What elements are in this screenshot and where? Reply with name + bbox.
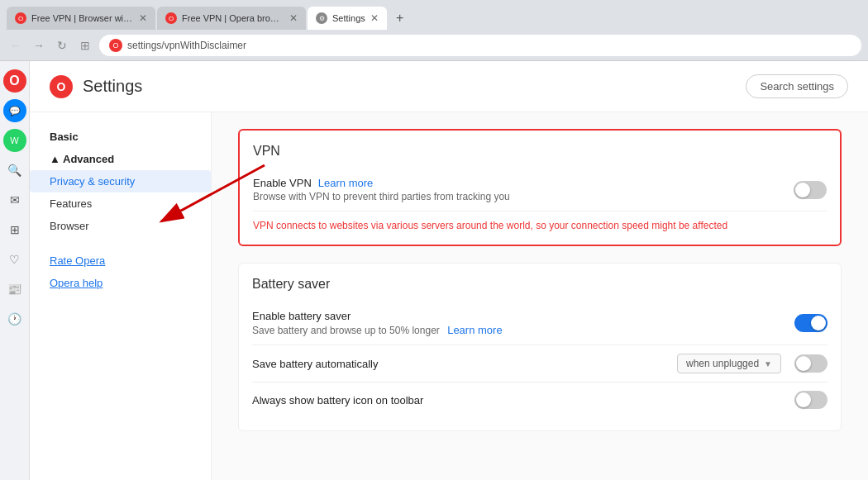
clock-sidebar-icon[interactable]: 🕐 — [3, 307, 26, 330]
settings-header: O Settings Search settings — [30, 61, 868, 112]
new-tab-button[interactable]: + — [389, 7, 412, 30]
battery-section-title: Battery saver — [252, 277, 827, 292]
vpn-learn-more-link[interactable]: Learn more — [318, 177, 373, 189]
save-battery-auto-row: Save battery automatically when unplugge… — [252, 345, 827, 383]
always-show-battery-row: Always show battery icon on toolbar — [252, 383, 827, 417]
battery-learn-more-link[interactable]: Learn more — [447, 324, 502, 336]
save-battery-auto-info: Save battery automatically — [252, 358, 677, 370]
nav-item-features[interactable]: Features — [30, 192, 211, 215]
enable-vpn-row: Enable VPN Learn more Browse with VPN to… — [253, 169, 827, 211]
tab-bar: O Free VPN | Browser with b... ✕ O Free … — [0, 0, 868, 30]
page-title: Settings — [83, 77, 142, 96]
battery-enable-info: Enable battery saver Save battery and br… — [252, 310, 794, 336]
send-sidebar-icon[interactable]: ✉ — [3, 188, 26, 211]
battery-enable-label: Enable battery saver — [252, 310, 794, 322]
tab-3-close[interactable]: ✕ — [370, 12, 379, 24]
tab-2-close[interactable]: ✕ — [289, 12, 298, 24]
nav-bar: ← → ↻ ⊞ O settings/vpnWithDisclaimer — [0, 30, 868, 61]
vpn-desc: Browse with VPN to prevent third parties… — [253, 191, 794, 202]
tab-1-close[interactable]: ✕ — [139, 12, 147, 24]
save-battery-auto-toggle[interactable] — [794, 354, 827, 373]
vpn-label-text: Enable VPN — [253, 177, 312, 189]
tab-1[interactable]: O Free VPN | Browser with b... ✕ — [7, 7, 155, 30]
tab-2-title: Free VPN | Opera browser ... — [182, 13, 284, 23]
enable-battery-row: Enable battery saver Save battery and br… — [252, 302, 827, 345]
battery-enable-toggle[interactable] — [794, 314, 827, 332]
nav-item-privacy[interactable]: Privacy & security — [30, 170, 211, 192]
dropdown-value: when unplugged — [686, 358, 759, 369]
browser-sidebar: O 💬 W 🔍 ✉ ⊞ ♡ 📰 🕐 — [0, 61, 30, 480]
opera-sidebar-icon[interactable]: O — [3, 69, 26, 93]
always-show-battery-toggle[interactable] — [794, 391, 827, 409]
vpn-label: Enable VPN Learn more — [253, 177, 794, 189]
browser-window: O Free VPN | Browser with b... ✕ O Free … — [0, 0, 868, 480]
settings-nav-sidebar: Basic ▲ Advanced Privacy & security Feat… — [30, 112, 212, 480]
rate-opera-link[interactable]: Rate Opera — [30, 250, 211, 272]
whatsapp-sidebar-icon[interactable]: W — [3, 129, 26, 152]
tab-grid-button[interactable]: ⊞ — [76, 36, 94, 55]
dropdown-arrow-icon: ▼ — [764, 359, 772, 368]
opera-help-link[interactable]: Opera help — [30, 272, 211, 294]
always-show-battery-label: Always show battery icon on toolbar — [252, 394, 794, 406]
battery-enable-desc: Save battery and browse up to 50% longer… — [252, 324, 794, 336]
main-content: VPN Enable VPN Learn more Browse with VP… — [212, 112, 868, 480]
heart-sidebar-icon[interactable]: ♡ — [3, 248, 26, 271]
advanced-section-label[interactable]: ▲ Advanced — [30, 148, 211, 170]
save-battery-dropdown[interactable]: when unplugged ▼ — [677, 354, 781, 373]
always-show-battery-info: Always show battery icon on toolbar — [252, 394, 794, 406]
vpn-section: VPN Enable VPN Learn more Browse with VP… — [238, 129, 842, 246]
forward-button[interactable]: → — [30, 36, 48, 55]
battery-enable-label-text: Enable battery saver — [252, 310, 351, 322]
vpn-info: Enable VPN Learn more Browse with VPN to… — [253, 177, 794, 202]
vpn-warning-text: VPN connects to websites via various ser… — [253, 211, 827, 231]
apps-sidebar-icon[interactable]: ⊞ — [3, 218, 26, 241]
address-text: settings/vpnWithDisclaimer — [127, 40, 246, 51]
opera-favicon: O — [109, 39, 122, 52]
vpn-toggle[interactable] — [794, 181, 827, 199]
settings-page: O Settings Search settings Basic ▲ Advan… — [30, 61, 868, 480]
tab-1-title: Free VPN | Browser with b... — [31, 13, 134, 23]
search-settings-button[interactable]: Search settings — [746, 74, 848, 98]
tab-2-favicon: O — [165, 12, 177, 24]
save-battery-auto-label: Save battery automatically — [252, 358, 677, 370]
tab-3[interactable]: ⚙ Settings ✕ — [308, 7, 387, 30]
search-sidebar-icon[interactable]: 🔍 — [3, 159, 26, 182]
messenger-sidebar-icon[interactable]: 💬 — [3, 99, 26, 122]
tab-3-title: Settings — [332, 13, 365, 23]
nav-item-browser[interactable]: Browser — [30, 215, 211, 237]
reload-button[interactable]: ↻ — [53, 36, 71, 55]
vpn-section-title: VPN — [253, 144, 827, 159]
basic-section-label[interactable]: Basic — [30, 126, 211, 148]
content-area: O 💬 W 🔍 ✉ ⊞ ♡ 📰 🕐 O Settings Search sett… — [0, 61, 868, 480]
tab-3-favicon: ⚙ — [316, 12, 327, 24]
tab-1-favicon: O — [15, 12, 26, 24]
back-button[interactable]: ← — [7, 36, 25, 55]
settings-wrapper: Basic ▲ Advanced Privacy & security Feat… — [30, 112, 868, 480]
news-sidebar-icon[interactable]: 📰 — [3, 278, 26, 301]
tab-2[interactable]: O Free VPN | Opera browser ... ✕ — [157, 7, 306, 30]
battery-section: Battery saver Enable battery saver Save … — [238, 263, 842, 431]
settings-logo: O — [50, 75, 73, 98]
address-bar[interactable]: O settings/vpnWithDisclaimer — [99, 35, 861, 56]
